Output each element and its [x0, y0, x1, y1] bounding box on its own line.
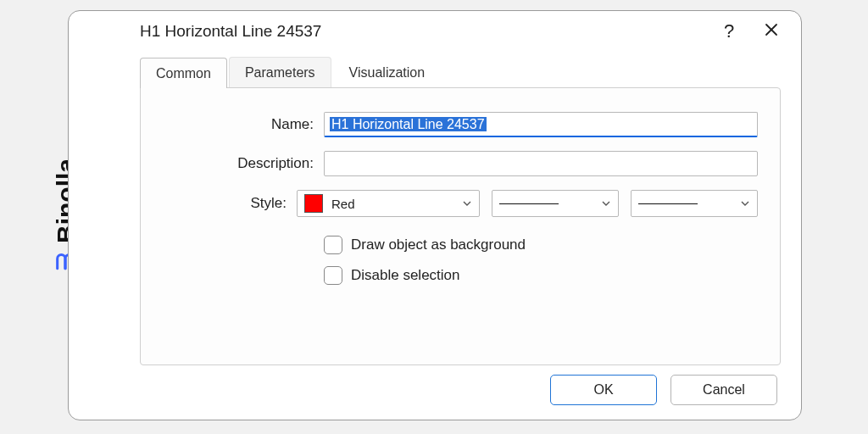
chevron-down-icon — [462, 198, 472, 209]
tab-panel-common: Name: H1 Horizontal Line 24537 Descripti… — [140, 87, 781, 365]
color-select[interactable]: Red — [297, 190, 480, 217]
properties-dialog: H1 Horizontal Line 24537 ? Common — [68, 10, 802, 420]
tab-common-label: Common — [156, 66, 211, 81]
dialog-title: H1 Horizontal Line 24537 — [140, 22, 708, 41]
draw-as-background-checkbox[interactable] — [324, 236, 342, 254]
dialog-titlebar: H1 Horizontal Line 24537 ? — [69, 11, 801, 52]
draw-as-background-label: Draw object as background — [351, 236, 526, 253]
cancel-button-label: Cancel — [703, 382, 745, 398]
close-icon — [764, 22, 779, 42]
line-style-preview — [499, 203, 559, 204]
tab-visualization-label: Visualization — [349, 65, 426, 80]
close-button[interactable] — [750, 14, 793, 48]
dialog-footer: OK Cancel — [69, 365, 801, 420]
chevron-down-icon — [601, 198, 611, 209]
line-width-preview — [638, 203, 698, 204]
color-select-value: Red — [331, 197, 355, 211]
ok-button[interactable]: OK — [550, 375, 657, 405]
tab-visualization[interactable]: Visualization — [333, 57, 442, 87]
chevron-down-icon — [740, 198, 750, 209]
description-label: Description: — [163, 155, 324, 172]
color-swatch — [304, 194, 323, 213]
tab-common[interactable]: Common — [140, 58, 227, 88]
name-input[interactable]: H1 Horizontal Line 24537 — [324, 112, 758, 137]
tab-parameters[interactable]: Parameters — [229, 57, 331, 87]
cancel-button[interactable]: Cancel — [670, 375, 777, 405]
tab-parameters-label: Parameters — [245, 65, 315, 80]
style-label: Style: — [163, 195, 297, 212]
description-input-value — [330, 152, 752, 175]
disable-selection-checkbox[interactable] — [324, 266, 342, 285]
name-input-value: H1 Horizontal Line 24537 — [330, 117, 487, 131]
help-icon: ? — [724, 20, 734, 42]
help-button[interactable]: ? — [708, 14, 750, 48]
ok-button-label: OK — [593, 382, 613, 398]
description-input[interactable] — [324, 151, 758, 176]
disable-selection-label: Disable selection — [351, 267, 460, 284]
name-label: Name: — [163, 116, 324, 133]
tab-bar: Common Parameters Visualization — [140, 52, 781, 87]
line-style-select[interactable] — [492, 190, 619, 217]
line-width-select[interactable] — [631, 190, 758, 217]
